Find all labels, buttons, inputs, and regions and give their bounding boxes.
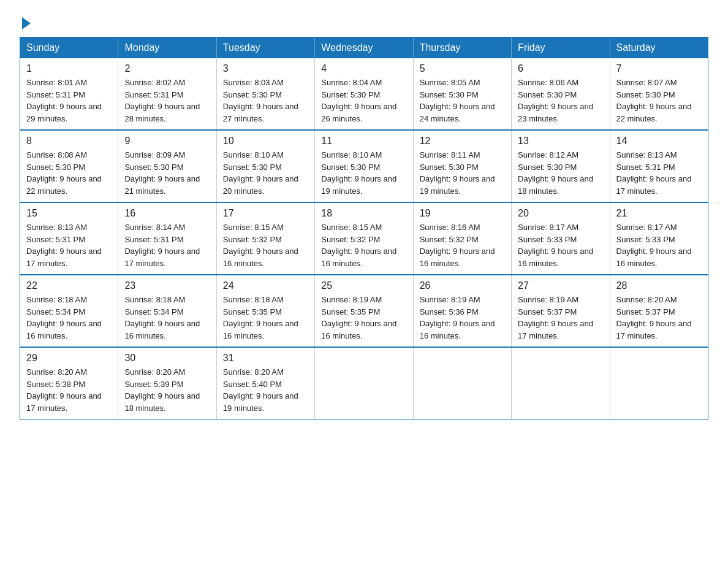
day-number: 14 (616, 136, 702, 147)
calendar-cell: 23Sunrise: 8:18 AMSunset: 5:34 PMDayligh… (118, 275, 216, 347)
calendar-cell: 20Sunrise: 8:17 AMSunset: 5:33 PMDayligh… (512, 202, 610, 275)
calendar-cell: 5Sunrise: 8:05 AMSunset: 5:30 PMDaylight… (413, 58, 511, 130)
day-number: 15 (26, 208, 112, 219)
header-friday: Friday (512, 37, 610, 59)
day-info: Sunrise: 8:07 AMSunset: 5:30 PMDaylight:… (616, 77, 702, 124)
calendar-cell: 26Sunrise: 8:19 AMSunset: 5:36 PMDayligh… (413, 275, 511, 347)
day-info: Sunrise: 8:19 AMSunset: 5:37 PMDaylight:… (518, 294, 603, 342)
calendar-cell: 6Sunrise: 8:06 AMSunset: 5:30 PMDaylight… (512, 58, 610, 130)
day-number: 22 (26, 280, 112, 291)
day-info: Sunrise: 8:06 AMSunset: 5:30 PMDaylight:… (518, 77, 603, 124)
header-sunday: Sunday (20, 37, 118, 59)
day-info: Sunrise: 8:15 AMSunset: 5:32 PMDaylight:… (321, 221, 406, 269)
header-monday: Monday (118, 37, 216, 59)
day-number: 20 (518, 208, 603, 219)
page-header (20, 15, 708, 27)
day-number: 24 (223, 280, 308, 291)
day-number: 18 (321, 208, 406, 219)
header-wednesday: Wednesday (315, 37, 413, 59)
calendar-cell (315, 347, 413, 419)
day-info: Sunrise: 8:10 AMSunset: 5:30 PMDaylight:… (223, 149, 308, 197)
day-info: Sunrise: 8:19 AMSunset: 5:35 PMDaylight:… (321, 294, 406, 342)
calendar-week-row: 22Sunrise: 8:18 AMSunset: 5:34 PMDayligh… (20, 275, 708, 347)
day-info: Sunrise: 8:18 AMSunset: 5:34 PMDaylight:… (124, 294, 210, 342)
day-info: Sunrise: 8:20 AMSunset: 5:39 PMDaylight:… (124, 366, 210, 414)
calendar-header-row: SundayMondayTuesdayWednesdayThursdayFrid… (20, 37, 708, 59)
day-number: 6 (518, 63, 603, 74)
day-number: 21 (616, 208, 702, 219)
calendar-cell: 25Sunrise: 8:19 AMSunset: 5:35 PMDayligh… (315, 275, 413, 347)
calendar-cell: 8Sunrise: 8:08 AMSunset: 5:30 PMDaylight… (20, 130, 118, 202)
calendar-cell: 13Sunrise: 8:12 AMSunset: 5:30 PMDayligh… (512, 130, 610, 202)
day-number: 28 (616, 280, 702, 291)
day-number: 23 (124, 280, 210, 291)
day-number: 29 (26, 353, 112, 364)
calendar-cell: 9Sunrise: 8:09 AMSunset: 5:30 PMDaylight… (118, 130, 216, 202)
calendar-cell: 22Sunrise: 8:18 AMSunset: 5:34 PMDayligh… (20, 275, 118, 347)
calendar-cell: 7Sunrise: 8:07 AMSunset: 5:30 PMDaylight… (610, 58, 708, 130)
day-number: 30 (124, 353, 210, 364)
header-saturday: Saturday (610, 37, 708, 59)
calendar-cell: 3Sunrise: 8:03 AMSunset: 5:30 PMDaylight… (216, 58, 314, 130)
day-number: 27 (518, 280, 603, 291)
calendar-cell (512, 347, 610, 419)
day-number: 7 (616, 63, 702, 74)
day-info: Sunrise: 8:01 AMSunset: 5:31 PMDaylight:… (26, 77, 112, 124)
calendar-cell: 18Sunrise: 8:15 AMSunset: 5:32 PMDayligh… (315, 202, 413, 275)
day-info: Sunrise: 8:20 AMSunset: 5:40 PMDaylight:… (223, 366, 308, 414)
day-info: Sunrise: 8:11 AMSunset: 5:30 PMDaylight:… (420, 149, 505, 197)
calendar-cell (610, 347, 708, 419)
day-number: 4 (321, 63, 406, 74)
day-info: Sunrise: 8:04 AMSunset: 5:30 PMDaylight:… (321, 77, 406, 124)
day-info: Sunrise: 8:05 AMSunset: 5:30 PMDaylight:… (420, 77, 505, 124)
day-info: Sunrise: 8:14 AMSunset: 5:31 PMDaylight:… (124, 221, 210, 269)
calendar-cell (413, 347, 511, 419)
calendar-cell: 2Sunrise: 8:02 AMSunset: 5:31 PMDaylight… (118, 58, 216, 130)
calendar-cell: 12Sunrise: 8:11 AMSunset: 5:30 PMDayligh… (413, 130, 511, 202)
day-number: 12 (420, 136, 505, 147)
calendar-cell: 19Sunrise: 8:16 AMSunset: 5:32 PMDayligh… (413, 202, 511, 275)
calendar-cell: 28Sunrise: 8:20 AMSunset: 5:37 PMDayligh… (610, 275, 708, 347)
calendar-cell: 4Sunrise: 8:04 AMSunset: 5:30 PMDaylight… (315, 58, 413, 130)
calendar-cell: 11Sunrise: 8:10 AMSunset: 5:30 PMDayligh… (315, 130, 413, 202)
day-number: 17 (223, 208, 308, 219)
calendar-week-row: 29Sunrise: 8:20 AMSunset: 5:38 PMDayligh… (20, 347, 708, 419)
day-info: Sunrise: 8:16 AMSunset: 5:32 PMDaylight:… (420, 221, 505, 269)
calendar-cell: 31Sunrise: 8:20 AMSunset: 5:40 PMDayligh… (216, 347, 314, 419)
day-info: Sunrise: 8:13 AMSunset: 5:31 PMDaylight:… (616, 149, 702, 197)
calendar-cell: 16Sunrise: 8:14 AMSunset: 5:31 PMDayligh… (118, 202, 216, 275)
day-info: Sunrise: 8:08 AMSunset: 5:30 PMDaylight:… (26, 149, 112, 197)
day-number: 1 (26, 63, 112, 74)
day-info: Sunrise: 8:20 AMSunset: 5:38 PMDaylight:… (26, 366, 112, 414)
day-number: 11 (321, 136, 406, 147)
calendar-cell: 10Sunrise: 8:10 AMSunset: 5:30 PMDayligh… (216, 130, 314, 202)
calendar-cell: 1Sunrise: 8:01 AMSunset: 5:31 PMDaylight… (20, 58, 118, 130)
header-thursday: Thursday (413, 37, 511, 59)
day-number: 10 (223, 136, 308, 147)
day-info: Sunrise: 8:12 AMSunset: 5:30 PMDaylight:… (518, 149, 603, 197)
calendar-table: SundayMondayTuesdayWednesdayThursdayFrid… (20, 37, 708, 419)
day-number: 26 (420, 280, 505, 291)
day-number: 25 (321, 280, 406, 291)
calendar-cell: 24Sunrise: 8:18 AMSunset: 5:35 PMDayligh… (216, 275, 314, 347)
day-info: Sunrise: 8:17 AMSunset: 5:33 PMDaylight:… (518, 221, 603, 269)
day-info: Sunrise: 8:02 AMSunset: 5:31 PMDaylight:… (124, 77, 210, 124)
day-number: 16 (124, 208, 210, 219)
calendar-cell: 30Sunrise: 8:20 AMSunset: 5:39 PMDayligh… (118, 347, 216, 419)
day-number: 8 (26, 136, 112, 147)
day-number: 13 (518, 136, 603, 147)
calendar-cell: 21Sunrise: 8:17 AMSunset: 5:33 PMDayligh… (610, 202, 708, 275)
calendar-cell: 27Sunrise: 8:19 AMSunset: 5:37 PMDayligh… (512, 275, 610, 347)
day-info: Sunrise: 8:13 AMSunset: 5:31 PMDaylight:… (26, 221, 112, 269)
day-info: Sunrise: 8:03 AMSunset: 5:30 PMDaylight:… (223, 77, 308, 124)
calendar-week-row: 1Sunrise: 8:01 AMSunset: 5:31 PMDaylight… (20, 58, 708, 130)
day-info: Sunrise: 8:18 AMSunset: 5:34 PMDaylight:… (26, 294, 112, 342)
day-number: 5 (420, 63, 505, 74)
header-tuesday: Tuesday (216, 37, 314, 59)
calendar-cell: 15Sunrise: 8:13 AMSunset: 5:31 PMDayligh… (20, 202, 118, 275)
calendar-cell: 14Sunrise: 8:13 AMSunset: 5:31 PMDayligh… (610, 130, 708, 202)
day-info: Sunrise: 8:15 AMSunset: 5:32 PMDaylight:… (223, 221, 308, 269)
day-info: Sunrise: 8:18 AMSunset: 5:35 PMDaylight:… (223, 294, 308, 342)
day-info: Sunrise: 8:20 AMSunset: 5:37 PMDaylight:… (616, 294, 702, 342)
day-number: 19 (420, 208, 505, 219)
